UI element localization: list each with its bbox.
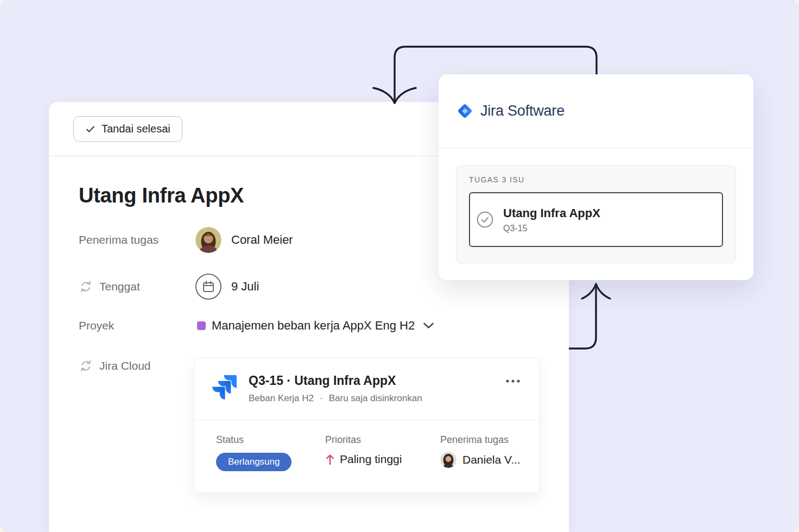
issue-assignee-name: Daniela V... [462, 453, 521, 466]
priority-highest-icon [325, 453, 335, 465]
assignee-label: Penerima tugas [79, 233, 158, 246]
subtitle-separator: · [320, 393, 323, 404]
calendar-icon [195, 274, 221, 300]
assignee-value-wrap[interactable]: Coral Meier [195, 227, 293, 253]
jira-item-key: Q3-15 [503, 224, 600, 233]
jira-issue-subtitle: Beban Kerja H2 · Baru saja disinkronkan [249, 393, 422, 404]
screen: Tandai selesai Utang Infra AppX Penerima… [0, 0, 799, 532]
jira-issue-sync-status: Baru saja disinkronkan [329, 393, 422, 404]
chevron-down-icon[interactable] [422, 322, 435, 330]
project-name: Manajemen beban kerja AppX Eng H2 [212, 319, 415, 333]
sync-icon [79, 280, 93, 294]
issue-assignee-label: Penerima tugas [440, 434, 540, 446]
jira-software-wordmark: Jira Software [480, 103, 565, 119]
jira-issue-project: Beban Kerja H2 [249, 393, 314, 404]
jira-tasks-panel: TUGAS 3 ISU Utang Infra AppX Q3-15 [456, 165, 736, 263]
jira-item-title: Utang Infra AppX [503, 206, 600, 220]
jira-issue-fields: Status Berlangsung Prioritas Paling ting… [194, 420, 540, 471]
field-row-project: Proyek Manajemen beban kerja AppX Eng H2 [79, 313, 553, 339]
priority-value: Paling tinggi [340, 453, 402, 466]
due-date-value-wrap[interactable]: 9 Juli [195, 274, 259, 300]
tasks-section-label: TUGAS 3 ISU [469, 175, 723, 184]
jira-issue-header: Q3-15 · Utang Infra AppX Beban Kerja H2 … [194, 358, 540, 404]
project-label: Proyek [79, 319, 114, 332]
project-color-dot [197, 321, 206, 330]
jira-cloud-label: Jira Cloud [99, 359, 151, 372]
issue-assignee-wrap[interactable]: Daniela V... [440, 452, 540, 468]
due-date-value: 9 Juli [231, 280, 259, 294]
more-options-icon[interactable] [506, 376, 520, 385]
mark-complete-label: Tandai selesai [102, 123, 170, 135]
status-label: Status [216, 434, 325, 446]
issue-assignee-avatar [440, 452, 456, 468]
check-icon [85, 124, 96, 134]
assignee-avatar [195, 227, 221, 253]
jira-software-panel: Jira Software TUGAS 3 ISU Utang Infra Ap… [439, 74, 753, 280]
jira-software-body: TUGAS 3 ISU Utang Infra AppX Q3-15 [439, 148, 753, 263]
jira-issue-title[interactable]: Q3-15 · Utang Infra AppX [249, 373, 422, 388]
priority-label: Prioritas [325, 434, 440, 446]
jira-logo-icon [212, 375, 237, 400]
jira-software-logo-icon [456, 103, 473, 119]
jira-issue-list-item[interactable]: Utang Infra AppX Q3-15 [469, 192, 723, 247]
due-date-label: Tenggat [99, 280, 140, 293]
mark-complete-button[interactable]: Tandai selesai [73, 116, 182, 142]
task-title[interactable]: Utang Infra AppX [79, 184, 244, 207]
assignee-name: Coral Meier [231, 233, 293, 247]
project-value-wrap[interactable]: Manajemen beban kerja AppX Eng H2 [195, 319, 435, 333]
sync-icon [79, 359, 93, 373]
jira-software-header: Jira Software [439, 74, 753, 148]
status-badge[interactable]: Berlangsung [216, 453, 291, 471]
check-circle-icon [477, 211, 493, 228]
jira-issue-widget[interactable]: Q3-15 · Utang Infra AppX Beban Kerja H2 … [194, 358, 540, 493]
